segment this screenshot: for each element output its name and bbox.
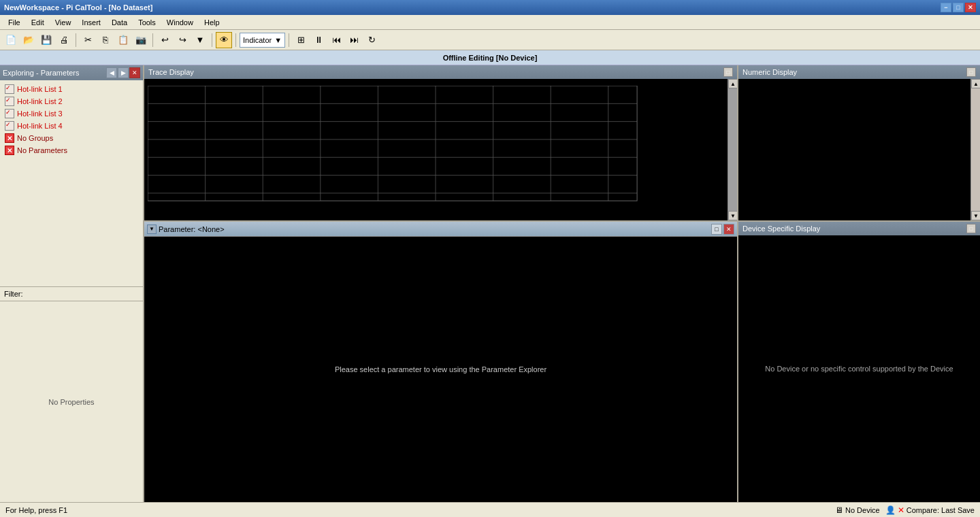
tree-label-hotlink1: Hot-link List 1 bbox=[17, 85, 63, 93]
tb-new[interactable]: 📄 bbox=[3, 32, 19, 48]
tree-label-no-params: No Parameters bbox=[17, 146, 67, 154]
error-icon-params: ✕ bbox=[4, 145, 15, 156]
status-help-text: For Help, press F1 bbox=[5, 506, 67, 514]
tb-btn4[interactable]: ⏭ bbox=[346, 32, 362, 48]
tb-refresh[interactable]: ↻ bbox=[363, 32, 380, 48]
menu-bar: File Edit View Insert Data Tools Window … bbox=[0, 15, 980, 30]
hotlink-icon-3: ✓ bbox=[4, 108, 15, 119]
tree-label-no-groups: No Groups bbox=[17, 134, 53, 142]
tb-redo[interactable]: ↪ bbox=[174, 32, 191, 48]
device-panel: Device Specific Display □ No Device or n… bbox=[738, 222, 980, 502]
trace-title: Trace Display bbox=[148, 68, 194, 76]
status-no-device: 🖥 No Device bbox=[835, 505, 880, 515]
maximize-button[interactable]: □ bbox=[953, 3, 964, 12]
numeric-scroll-up[interactable]: ▲ bbox=[971, 79, 980, 88]
error-icon: ✕ bbox=[898, 505, 904, 515]
status-bar: For Help, press F1 🖥 No Device 👤 ✕ Compa… bbox=[0, 502, 980, 517]
toolbar-sep2 bbox=[152, 33, 153, 47]
tree-item-hotlink3[interactable]: ✓ Hot-link List 3 bbox=[0, 107, 143, 120]
param-maximize-button[interactable]: □ bbox=[711, 224, 722, 235]
trace-grid-svg bbox=[148, 86, 723, 214]
indicator-dropdown[interactable]: Indicator ▼ bbox=[240, 33, 285, 48]
close-button[interactable]: ✕ bbox=[965, 3, 976, 12]
numeric-scroll-down[interactable]: ▼ bbox=[971, 211, 980, 220]
menu-data[interactable]: Data bbox=[106, 17, 133, 28]
trace-scroll-up[interactable]: ▲ bbox=[728, 79, 737, 88]
properties-label: No Properties bbox=[48, 398, 94, 406]
tree-item-hotlink4[interactable]: ✓ Hot-link List 4 bbox=[0, 120, 143, 132]
trace-header: Trace Display □ bbox=[144, 65, 737, 79]
minimize-button[interactable]: − bbox=[941, 3, 951, 12]
device-canvas: No Device or no specific control support… bbox=[738, 235, 980, 502]
tb-dropdown-arrow[interactable]: ▼ bbox=[192, 32, 208, 48]
numeric-header: Numeric Display □ bbox=[738, 65, 980, 79]
toolbar-sep4 bbox=[235, 33, 236, 47]
toolbar: 📄 📂 💾 🖨 ✂ ⎘ 📋 📷 ↩ ↪ ▼ 👁 Indicator ▼ ⊞ ⏸ … bbox=[0, 30, 980, 50]
tb-indicator-active[interactable]: 👁 bbox=[216, 32, 232, 48]
tb-cam[interactable]: 📷 bbox=[133, 32, 149, 48]
menu-edit[interactable]: Edit bbox=[26, 17, 50, 28]
tb-print[interactable]: 🖨 bbox=[56, 32, 72, 48]
trace-scrollbar[interactable]: ▲ ▼ bbox=[728, 79, 737, 220]
tb-btn3[interactable]: ⏮ bbox=[328, 32, 344, 48]
trace-canvas: ▲ ▼ bbox=[144, 79, 737, 220]
tb-save[interactable]: 💾 bbox=[38, 32, 54, 48]
menu-view[interactable]: View bbox=[50, 17, 77, 28]
tree-item-no-params[interactable]: ✕ No Parameters bbox=[0, 144, 143, 156]
hotlink-icon-1: ✓ bbox=[4, 84, 15, 95]
toolbar-sep5 bbox=[289, 33, 289, 47]
tb-open[interactable]: 📂 bbox=[20, 32, 37, 48]
hotlink-icon-2: ✓ bbox=[4, 96, 15, 107]
tb-undo[interactable]: ↩ bbox=[157, 32, 173, 48]
menu-help[interactable]: Help bbox=[199, 17, 225, 28]
trace-panel: Trace Display □ bbox=[144, 65, 738, 220]
left-panel-header: Exploring - Parameters ◀ ▶ ✕ bbox=[0, 65, 143, 80]
param-close-button[interactable]: ✕ bbox=[723, 224, 734, 235]
trace-maximize-button[interactable]: □ bbox=[723, 67, 733, 77]
tree-item-hotlink1[interactable]: ✓ Hot-link List 1 bbox=[0, 83, 143, 95]
device-title: Device Specific Display bbox=[742, 224, 820, 233]
param-dropdown-button[interactable]: ▼ bbox=[147, 224, 157, 234]
top-section: Trace Display □ bbox=[144, 65, 980, 222]
no-device-icon: 🖥 bbox=[835, 505, 843, 515]
tb-paste[interactable]: 📋 bbox=[115, 32, 131, 48]
app-title: NewWorkspace - Pi CalTool - [No Dataset] bbox=[4, 3, 152, 12]
compare-text: Compare: Last Save bbox=[906, 506, 975, 514]
nav-prev-button[interactable]: ◀ bbox=[106, 67, 117, 78]
main-area: Exploring - Parameters ◀ ▶ ✕ ✓ Hot-link … bbox=[0, 65, 980, 502]
error-icon-groups: ✕ bbox=[4, 133, 15, 144]
tree-area: ✓ Hot-link List 1 ✓ Hot-link List 2 ✓ bbox=[0, 80, 143, 286]
filter-label: Filter: bbox=[4, 290, 23, 298]
tree-label-hotlink2: Hot-link List 2 bbox=[17, 97, 63, 105]
tb-btn2[interactable]: ⏸ bbox=[310, 32, 327, 48]
menu-tools[interactable]: Tools bbox=[133, 17, 161, 28]
menu-window[interactable]: Window bbox=[161, 17, 199, 28]
tree-item-no-groups[interactable]: ✕ No Groups bbox=[0, 132, 143, 144]
tb-btn1[interactable]: ⊞ bbox=[293, 32, 309, 48]
toolbar-sep1 bbox=[76, 33, 76, 47]
device-header: Device Specific Display □ bbox=[738, 222, 980, 235]
param-header-right: □ ✕ bbox=[711, 224, 734, 235]
device-maximize-button[interactable]: □ bbox=[966, 224, 976, 233]
tree-item-hotlink2[interactable]: ✓ Hot-link List 2 bbox=[0, 95, 143, 107]
panel-close-button[interactable]: ✕ bbox=[129, 67, 140, 78]
offline-text: Offline Editing [No Device] bbox=[443, 54, 538, 62]
toolbar-sep3 bbox=[212, 33, 212, 47]
menu-file[interactable]: File bbox=[3, 17, 26, 28]
tb-cut[interactable]: ✂ bbox=[80, 32, 96, 48]
title-bar-controls: − □ ✕ bbox=[941, 3, 976, 12]
numeric-maximize-button[interactable]: □ bbox=[966, 67, 976, 77]
menu-insert[interactable]: Insert bbox=[76, 17, 106, 28]
param-header: ▼ Parameter: <None> □ ✕ bbox=[144, 222, 737, 237]
tb-copy[interactable]: ⎘ bbox=[97, 32, 114, 48]
param-title: Parameter: <None> bbox=[159, 225, 225, 233]
status-compare: 👤 ✕ Compare: Last Save bbox=[885, 505, 975, 515]
indicator-dropdown-label: Indicator bbox=[243, 36, 272, 44]
trace-scroll-down[interactable]: ▼ bbox=[728, 211, 737, 220]
status-right: 🖥 No Device 👤 ✕ Compare: Last Save bbox=[835, 505, 975, 515]
device-message: No Device or no specific control support… bbox=[758, 358, 960, 380]
tree-label-hotlink3: Hot-link List 3 bbox=[17, 110, 63, 118]
numeric-scrollbar[interactable]: ▲ ▼ bbox=[970, 79, 980, 220]
bottom-section: ▼ Parameter: <None> □ ✕ Please select a … bbox=[144, 222, 980, 502]
nav-next-button[interactable]: ▶ bbox=[118, 67, 129, 78]
